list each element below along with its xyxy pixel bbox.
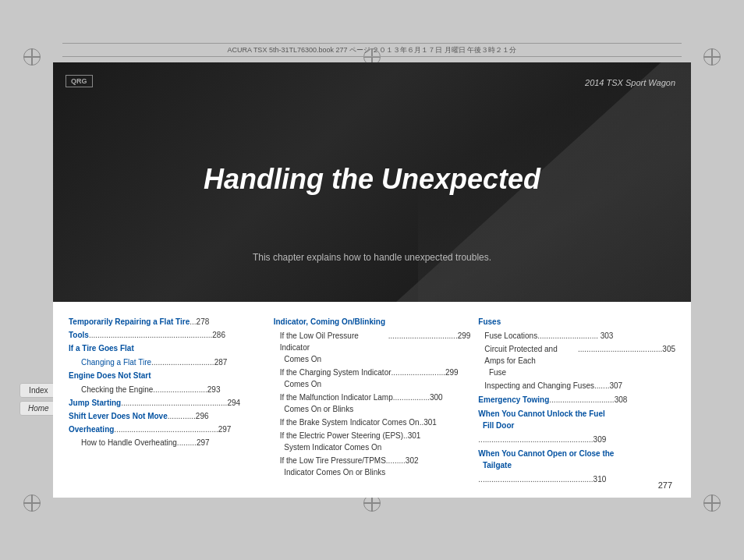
qrg-badge: QRG [66,75,93,87]
toc-header-engine: Engine Does Not Start [69,370,151,381]
toc-entry-if-tire: If a Tire Goes Flat [69,342,266,355]
toc-text-circuit: Circuit Protected and Amps for Each Fuse [484,343,578,378]
toc-column-2: Indicator, Coming On/Blinking If the Low… [274,316,479,487]
toc-entry-jump: Jump Starting...........................… [69,397,266,409]
toc-entry-shift: Shift Lever Does Not Move.............29… [69,410,266,422]
toc-text-fuse-loc: Fuse Locations [484,330,537,342]
toc-text-mil: If the Malfunction Indicator Lamp Comes … [280,392,393,415]
toc-entry-eps: If the Electric Power Steering (EPS) Sys… [280,430,471,453]
toc-entry-checking: Checking the Engine.....................… [69,384,266,395]
toc-header-fuses: Fuses [478,316,501,328]
toc-link-flat-tire[interactable]: Temporarily Repairing a Flat Tire [69,316,190,328]
toc-entry-tailgate-header: When You Cannot Open or Close the Tailga… [478,448,675,472]
toc-column-3: Fuses Fuse Locations....................… [478,316,675,487]
toc-entry-fuel-door-header: When You Cannot Unlock the Fuel Fill Doo… [478,408,675,432]
page-outer: ACURA TSX 5th-31TL76300.book 277 ページ ２０１… [0,0,744,560]
toc-entry-engine-header: Engine Does Not Start [69,370,266,382]
toc-text-oil: If the Low Oil Pressure Indicator Comes … [280,330,388,365]
toc-link-changing[interactable]: Changing a Flat Tire [81,356,151,368]
toc-text-handle-overheat: How to Handle Overheating [81,437,177,448]
toc-header-if-tire: If a Tire Goes Flat [69,342,134,354]
toc-entry-circuit: Circuit Protected and Amps for Each Fuse… [484,343,675,378]
toc-dots: ... [190,316,196,328]
sidebar-buttons: Index Home [19,383,58,416]
toc-entry-oil: If the Low Oil Pressure Indicator Comes … [280,330,471,365]
home-button[interactable]: Home [19,401,58,416]
toc-entry-handle-overheat: How to Handle Overheating.........297 [69,437,266,448]
toc-entry-indicator-header: Indicator, Coming On/Blinking [274,316,471,328]
toc-text-brake: If the Brake System Indicator Comes On.. [280,416,424,428]
toc-entry-tpms: If the Low Tire Pressure/TPMS Indicator … [280,455,471,478]
toc-entry-flat-tire: Temporarily Repairing a Flat Tire...278 [69,316,266,328]
toc-entry-charging: If the Charging System Indicator Comes O… [280,367,471,390]
toc-dots: ........................................… [89,329,212,341]
toc-header-fuel-door: When You Cannot Unlock the Fuel Fill Doo… [478,408,604,431]
toc-fuses-sub: Fuse Locations..........................… [478,330,675,392]
reg-mark-top-left [23,48,41,66]
toc-column-1: Temporarily Repairing a Flat Tire...278 … [69,316,274,487]
page-content: QRG 2014 TSX Sport Wagon Handling the Un… [53,62,691,498]
toc-link-shift[interactable]: Shift Lever Does Not Move [69,410,168,422]
reg-mark-top-right [703,48,721,66]
hero-section: QRG 2014 TSX Sport Wagon Handling the Un… [53,62,691,302]
toc-entry-emergency-towing: Emergency Towing........................… [478,394,675,406]
toc-entry-mil: If the Malfunction Indicator Lamp Comes … [280,392,471,415]
toc-entry-changing: Changing a Flat Tire....................… [69,356,266,368]
toc-entry-fuel-door-page: ........................................… [478,434,675,445]
toc-link-emergency-towing[interactable]: Emergency Towing [478,394,549,406]
toc-text-checking: Checking the Engine [81,384,153,395]
vehicle-model: 2014 TSX Sport Wagon [585,78,675,87]
toc-link-tools[interactable]: Tools [69,329,89,341]
toc-header-indicator: Indicator, Coming On/Blinking [274,316,385,328]
reg-mark-bottom-left [23,494,41,512]
toc-text-tpms: If the Low Tire Pressure/TPMS Indicator … [280,455,386,478]
toc-section: Temporarily Repairing a Flat Tire...278 … [53,302,691,498]
toc-indicator-sub: If the Low Oil Pressure Indicator Comes … [274,330,471,478]
toc-link-jump[interactable]: Jump Starting [69,397,121,409]
toc-text-inspecting: Inspecting and Changing Fuses [484,380,594,392]
hero-title: Handling the Unexpected [53,162,691,195]
toc-entry-overheat: Overheating.............................… [69,424,266,435]
toc-entry-fuse-locations: Fuse Locations..........................… [484,330,675,342]
top-bar-text: ACURA TSX 5th-31TL76300.book 277 ページ ２０１… [228,45,517,55]
toc-entry-tools: Tools ..................................… [69,329,266,341]
toc-entry-fuses-header: Fuses [478,316,675,328]
toc-entry-brake: If the Brake System Indicator Comes On..… [280,416,471,428]
top-bar: ACURA TSX 5th-31TL76300.book 277 ページ ２０１… [62,43,682,57]
reg-mark-bottom-right [703,494,721,512]
hero-subtitle: This chapter explains how to handle unex… [53,252,691,263]
page-number: 277 [658,480,672,490]
toc-link-overheat[interactable]: Overheating [69,424,114,435]
toc-text-charging: If the Charging System Indicator Comes O… [280,367,391,390]
toc-text-eps: If the Electric Power Steering (EPS) Sys… [280,430,403,453]
index-button[interactable]: Index [19,383,58,398]
toc-entry-inspecting: Inspecting and Changing Fuses.......307 [484,380,675,392]
toc-entry-tailgate-page: ........................................… [478,473,675,485]
toc-header-tailgate: When You Cannot Open or Close the Tailga… [478,448,614,471]
